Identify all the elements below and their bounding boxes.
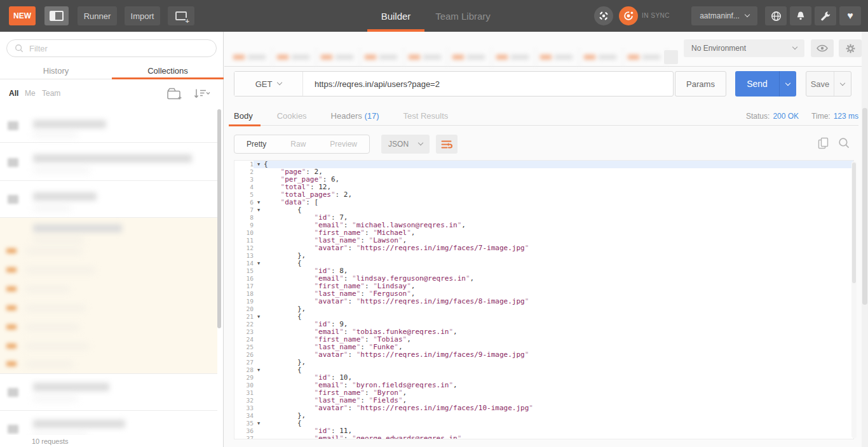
collection-item[interactable] [0,374,217,411]
url-input[interactable]: https://reqres.in/api/users?page=2 [303,72,673,96]
response-body-actions [818,137,850,150]
collection-item-expanded[interactable] [0,218,217,374]
search-body-button[interactable] [838,137,850,150]
params-button[interactable]: Params [675,71,726,97]
headers-count-badge: (17) [364,111,379,121]
collection-item[interactable] [0,181,217,218]
environment-bar: No Environment [224,32,868,67]
import-button[interactable]: Import [125,6,160,25]
app-header: NEW Runner Import Builder Team Library [0,0,868,32]
tab-history[interactable]: History [0,62,112,79]
scope-team[interactable]: Team [42,89,60,98]
chevron-down-icon [277,80,282,85]
view-mode-switch: Pretty Raw Preview [234,135,370,154]
collections-scope-row: All Me Team [0,86,224,103]
request-tabs-blurred[interactable] [229,48,667,67]
response-body-editor[interactable]: 1▼{2 "page": 2,3 "per_page": 6,4 "total"… [234,160,854,439]
url-builder: GET https://reqres.in/api/users?page=2 [234,71,674,97]
mode-preview[interactable]: Preview [318,135,369,153]
chevron-down-icon [840,81,845,86]
new-button[interactable]: NEW [9,6,36,25]
collection-item[interactable] [0,111,217,143]
runner-button[interactable]: Runner [78,6,117,25]
user-menu-label: aatmaninf... [700,11,740,20]
mode-raw[interactable]: Raw [278,135,318,153]
time-label: Time: [811,112,831,121]
new-folder-button[interactable] [166,87,183,100]
sidebar-toggle-icon [50,11,64,21]
response-tab-test-results[interactable]: Test Results [403,111,449,121]
sidebar-scrollbar[interactable] [217,109,221,328]
gear-icon [845,43,856,54]
search-icon [15,44,24,53]
format-select-value: JSON [388,140,409,149]
heart-icon: ♥ [847,10,853,22]
response-tab-headers[interactable]: Headers (17) [331,111,379,121]
globe-icon [771,11,782,22]
requests-count: 10 requests [32,437,68,445]
page-scrollbar[interactable] [862,32,868,447]
status-value: 200 OK [773,112,799,121]
tab-collections[interactable]: Collections [112,62,224,79]
new-window-button[interactable] [168,6,194,25]
filter-input[interactable]: Filter [6,39,217,57]
mode-pretty[interactable]: Pretty [234,135,278,153]
response-tab-body[interactable]: Body [234,111,253,121]
main-panel: No Environment [224,32,868,447]
collections-list [0,105,219,435]
user-menu[interactable]: aatmaninf... [691,6,757,25]
format-select[interactable]: JSON [381,135,430,154]
new-folder-icon [166,87,183,100]
body-active-underline [229,124,261,126]
settings-button[interactable] [815,6,836,25]
editor-scrollbar[interactable] [851,161,857,438]
collection-item[interactable] [0,411,217,435]
save-button[interactable]: Save [806,71,851,97]
chevron-down-icon [785,81,790,86]
browse-button[interactable] [765,6,787,25]
search-icon [838,137,850,149]
response-tab-cookies[interactable]: Cookies [277,111,307,121]
environment-preview-button[interactable] [811,39,834,57]
tab-team-library[interactable]: Team Library [430,0,496,32]
chevron-down-icon [418,140,423,145]
environment-select-value: No Environment [691,44,746,53]
save-options-button[interactable] [834,72,851,96]
filter-placeholder: Filter [29,44,48,53]
sidebar: Filter History Collections All Me Team [0,32,224,447]
status-label: Status: [746,112,770,121]
sync-status-button[interactable] [619,6,638,25]
tab-builder[interactable]: Builder [367,0,424,32]
sidebar-toggle-button[interactable] [44,6,69,25]
new-tab-button[interactable] [664,50,678,64]
send-button-label: Send [735,71,779,97]
eye-icon [816,43,829,53]
collections-active-underline [112,77,224,79]
method-select[interactable]: GET [234,72,303,96]
satellite-icon [599,11,609,21]
send-button[interactable]: Send [735,71,796,97]
interceptor-button[interactable] [594,6,613,25]
time-value: 123 ms [834,112,858,121]
chevron-down-icon [745,12,750,17]
method-select-value: GET [255,79,273,89]
send-options-button[interactable] [779,71,796,97]
collection-item[interactable] [0,143,217,181]
scope-all[interactable]: All [9,89,18,98]
environment-select[interactable]: No Environment [684,39,804,57]
copy-button[interactable] [818,137,829,150]
sync-icon [623,10,634,22]
response-meta: Status: 200 OK Time: 123 ms [733,107,858,126]
favorites-button[interactable]: ♥ [839,6,861,25]
postman-app: NEW Runner Import Builder Team Library [0,0,868,447]
wrench-icon [820,11,831,21]
copy-icon [818,137,829,150]
wrap-lines-button[interactable] [436,135,458,154]
scope-me[interactable]: Me [25,89,36,98]
environment-settings-button[interactable] [839,39,862,57]
headers-label: Headers [331,111,362,121]
notifications-button[interactable] [790,6,811,25]
chevron-down-icon [792,44,797,50]
sort-button[interactable] [193,87,211,100]
sort-icon [193,87,211,100]
